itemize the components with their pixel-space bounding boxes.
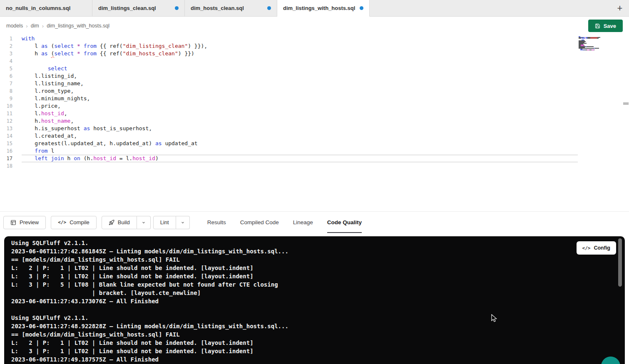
unsaved-changes-dot bbox=[360, 6, 363, 10]
terminal-line: 2023-06-06T11:27:49.187575Z — All Finish… bbox=[11, 355, 625, 364]
code-line-13[interactable]: h.is_superhost as host_is_superhost, bbox=[22, 125, 578, 132]
line-number: 6 bbox=[0, 72, 12, 80]
lint-output-terminal[interactable]: Using SQLFluff v2.1.1.2023-06-06T11:27:4… bbox=[4, 236, 625, 364]
breadcrumb-bar: models›dim›dim_listings_with_hosts.sql S… bbox=[0, 17, 629, 35]
line-number: 4 bbox=[0, 57, 12, 65]
line-number: 18 bbox=[0, 162, 12, 170]
terminal-line: L: 2 | P: 1 | LT02 | Line should not be … bbox=[11, 339, 625, 347]
line-number: 8 bbox=[0, 87, 12, 95]
action-toolbar: Preview </> Compile Build Lint bbox=[0, 211, 629, 233]
terminal-line: Using SQLFluff v2.1.1. bbox=[11, 239, 625, 247]
compile-button[interactable]: </> Compile bbox=[51, 216, 97, 229]
lint-dropdown-button[interactable] bbox=[176, 216, 190, 229]
terminal-line: 2023-06-06T11:27:42.861845Z — Linting mo… bbox=[11, 247, 625, 255]
code-line-4[interactable] bbox=[22, 57, 578, 65]
code-line-6[interactable]: l.listing_id, bbox=[22, 72, 578, 80]
tab-dim-hosts-clean-sql[interactable]: dim_hosts_clean.sql bbox=[185, 0, 277, 16]
terminal-line: Using SQLFluff v2.1.1. bbox=[11, 314, 625, 322]
line-number: 12 bbox=[0, 117, 12, 125]
config-button[interactable]: </> Config bbox=[577, 241, 616, 255]
unsaved-changes-dot bbox=[267, 6, 271, 10]
rocket-icon bbox=[109, 220, 114, 225]
breadcrumb-item-dim[interactable]: dim bbox=[31, 23, 39, 29]
panel-tab-results[interactable]: Results bbox=[207, 212, 226, 233]
code-line-15[interactable]: greatest(l.updated_at, h.updated_at) as … bbox=[22, 140, 578, 147]
code-line-17[interactable]: left join h on (h.host_id = l.host_id) bbox=[22, 155, 578, 162]
new-tab-button[interactable]: + bbox=[611, 0, 629, 16]
tab-dim-listings-clean-sql[interactable]: dim_listings_clean.sql bbox=[92, 0, 185, 16]
line-number-gutter: 123456789101112131415161718 bbox=[0, 35, 18, 170]
terminal-scrollbar[interactable] bbox=[618, 238, 622, 287]
code-line-7[interactable]: l.listing_name, bbox=[22, 80, 578, 87]
line-number: 7 bbox=[0, 80, 12, 87]
terminal-line: L: 2 | P: 1 | LT02 | Line should not be … bbox=[11, 264, 625, 272]
line-number: 17 bbox=[0, 155, 12, 162]
config-icon: </> bbox=[582, 245, 591, 251]
terminal-line: L: 3 | P: 1 | LT02 | Line should not be … bbox=[11, 347, 625, 355]
build-label: Build bbox=[118, 219, 130, 225]
terminal-line: == [models/dim/dim_listings_with_hosts.s… bbox=[11, 255, 625, 264]
code-line-14[interactable]: l.created_at, bbox=[22, 132, 578, 140]
dbt-ide-window: no_nulls_in_columns.sqldim_listings_clea… bbox=[0, 0, 629, 364]
preview-icon bbox=[10, 220, 16, 225]
build-dropdown-button[interactable] bbox=[137, 216, 151, 229]
code-content: with l as (select * from {{ ref("dim_lis… bbox=[18, 35, 578, 170]
tab-label: no_nulls_in_columns.sql bbox=[6, 5, 70, 11]
breadcrumb-item-models[interactable]: models bbox=[6, 23, 23, 29]
tab-no-nulls-in-columns-sql[interactable]: no_nulls_in_columns.sql bbox=[0, 0, 92, 16]
code-line-2[interactable]: l as (select * from {{ ref("dim_listings… bbox=[22, 42, 578, 50]
panel-tabs: ResultsCompiled CodeLineageCode Quality bbox=[207, 212, 362, 233]
tab-label: dim_listings_clean.sql bbox=[98, 5, 156, 11]
line-number: 3 bbox=[0, 50, 12, 57]
save-icon bbox=[595, 23, 600, 29]
line-number: 2 bbox=[0, 42, 12, 50]
breadcrumb-separator: › bbox=[42, 23, 44, 29]
build-button-group: Build bbox=[102, 216, 151, 229]
panel-tab-compiled-code[interactable]: Compiled Code bbox=[240, 212, 279, 233]
terminal-output: Using SQLFluff v2.1.1.2023-06-06T11:27:4… bbox=[11, 239, 625, 364]
editor-scrollbar[interactable] bbox=[623, 102, 629, 105]
terminal-line: 2023-06-06T11:27:43.173076Z — All Finish… bbox=[11, 297, 625, 305]
terminal-line: | bracket. [layout.cte_newline] bbox=[11, 289, 625, 297]
code-line-1[interactable]: with bbox=[22, 35, 578, 42]
code-line-8[interactable]: l.room_type, bbox=[22, 87, 578, 95]
code-line-12[interactable]: h.host_name, bbox=[22, 117, 578, 125]
mouse-cursor bbox=[491, 314, 499, 323]
code-line-10[interactable]: l.price, bbox=[22, 102, 578, 110]
breadcrumb: models›dim›dim_listings_with_hosts.sql bbox=[6, 23, 109, 29]
line-number: 11 bbox=[0, 110, 12, 117]
chevron-down-icon bbox=[181, 220, 185, 225]
breadcrumb-item-dim-listings-with-hosts-sql[interactable]: dim_listings_with_hosts.sql bbox=[47, 23, 109, 29]
code-editor[interactable]: 123456789101112131415161718 with l as (s… bbox=[0, 35, 629, 211]
preview-button[interactable]: Preview bbox=[3, 216, 46, 229]
terminal-line: L: 3 | P: 5 | LT08 | Blank line expected… bbox=[11, 280, 625, 289]
code-line-5[interactable]: select bbox=[22, 65, 578, 72]
breadcrumb-separator: › bbox=[26, 23, 27, 29]
lint-label: Lint bbox=[160, 219, 169, 225]
panel-tab-code-quality[interactable]: Code Quality bbox=[327, 212, 362, 233]
save-button[interactable]: Save bbox=[588, 20, 623, 32]
lint-button[interactable]: Lint bbox=[153, 216, 176, 229]
code-line-18[interactable] bbox=[22, 162, 578, 170]
minimap[interactable] bbox=[579, 36, 609, 51]
tab-label: dim_hosts_clean.sql bbox=[191, 5, 244, 11]
tab-label: dim_listings_with_hosts.sql bbox=[283, 5, 355, 11]
code-line-11[interactable]: l.host_id, bbox=[22, 110, 578, 117]
code-line-9[interactable]: l.minimum_nights, bbox=[22, 95, 578, 102]
line-number: 1 bbox=[0, 35, 12, 42]
tab-dim-listings-with-hosts-sql[interactable]: dim_listings_with_hosts.sql bbox=[277, 0, 370, 17]
panel-tab-lineage[interactable]: Lineage bbox=[293, 212, 313, 233]
build-button[interactable]: Build bbox=[102, 216, 137, 229]
code-line-3[interactable]: h as (select * from {{ ref("dim_hosts_cl… bbox=[22, 50, 578, 57]
unsaved-changes-dot bbox=[175, 6, 179, 10]
lint-button-group: Lint bbox=[153, 216, 190, 229]
compile-icon: </> bbox=[58, 220, 66, 225]
editor-tab-bar: no_nulls_in_columns.sqldim_listings_clea… bbox=[0, 0, 629, 17]
compile-label: Compile bbox=[70, 219, 90, 225]
code-line-16[interactable]: from l bbox=[22, 147, 578, 155]
terminal-line bbox=[11, 305, 625, 314]
line-number: 10 bbox=[0, 102, 12, 110]
terminal-line: == [models/dim/dim_listings_with_hosts.s… bbox=[11, 330, 625, 339]
chevron-down-icon bbox=[142, 220, 146, 225]
terminal-line: L: 3 | P: 1 | LT02 | Line should not be … bbox=[11, 272, 625, 280]
